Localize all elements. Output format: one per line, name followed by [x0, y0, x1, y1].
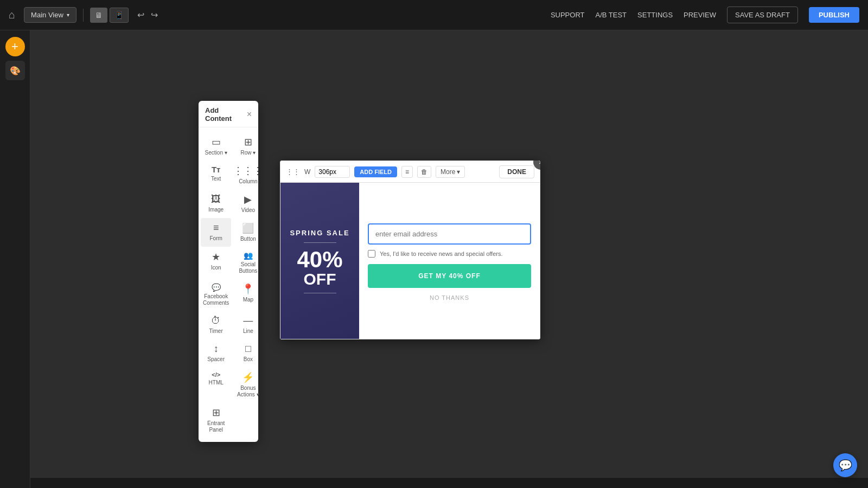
bonus-actions-icon: ⚡: [242, 371, 254, 383]
panel-item-video[interactable]: ▶ Video: [231, 189, 265, 218]
sale-off: OFF: [304, 271, 336, 287]
checkbox-row: Yes, I'd like to receive news and specia…: [368, 250, 531, 258]
panel-item-row[interactable]: ⊞ Row: [231, 132, 265, 160]
widget-body: SPRING SALE 40% OFF Yes, I'd like to rec…: [280, 182, 540, 339]
panel-header: Add Content ×: [199, 101, 258, 127]
main-view-button[interactable]: Main View ▾: [24, 7, 76, 23]
social-buttons-label: Social Buttons: [233, 261, 263, 274]
panel-item-column[interactable]: ⋮⋮⋮ Column: [231, 160, 265, 189]
facebook-comments-label: Facebook Comments: [203, 293, 229, 306]
text-label: Text: [211, 176, 221, 182]
mobile-view-button[interactable]: 📱: [110, 8, 129, 23]
home-icon[interactable]: ⌂: [9, 9, 15, 21]
settings-link[interactable]: SETTINGS: [637, 11, 673, 19]
checkbox-label: Yes, I'd like to receive news and specia…: [380, 251, 503, 257]
ab-test-link[interactable]: A/B TEST: [595, 11, 627, 19]
add-content-panel: Add Content × ▭ Section ⊞ Row Tт Text ⋮⋮…: [199, 101, 258, 442]
icon-label: Icon: [211, 265, 221, 271]
panel-item-text[interactable]: Tт Text: [201, 160, 231, 189]
panel-item-box[interactable]: □ Box: [231, 339, 265, 367]
theme-tool-button[interactable]: 🎨: [5, 61, 25, 80]
width-handle: ⋮⋮: [286, 168, 300, 176]
width-input[interactable]: [315, 166, 350, 178]
entrant-panel-icon: ⊞: [212, 407, 220, 419]
box-icon: □: [245, 343, 251, 355]
panel-title: Add Content: [205, 106, 247, 123]
spacer-icon: ↕: [214, 343, 219, 355]
panel-item-image[interactable]: 🖼 Image: [201, 189, 231, 218]
html-label: HTML: [209, 380, 224, 386]
canvas-area: Add Content × ▭ Section ⊞ Row Tт Text ⋮⋮…: [30, 30, 868, 488]
row-icon: ⊞: [244, 136, 252, 148]
form-panel: Yes, I'd like to receive news and specia…: [359, 183, 540, 339]
row-label: Row: [240, 150, 256, 156]
plus-icon: +: [11, 41, 18, 53]
panel-item-icon[interactable]: ★ Icon: [201, 247, 231, 279]
add-element-button[interactable]: +: [5, 37, 25, 56]
undo-redo-buttons: ↩ ↪: [135, 8, 160, 22]
image-icon: 🖼: [211, 194, 221, 205]
panel-close-button[interactable]: ×: [247, 110, 252, 119]
panel-item-spacer[interactable]: ↕ Spacer: [201, 339, 231, 367]
more-chevron-icon: ▾: [457, 168, 460, 176]
map-icon: 📍: [242, 283, 254, 295]
map-label: Map: [243, 297, 253, 303]
more-label: More: [441, 168, 455, 176]
bonus-actions-label: Bonus Actions: [233, 385, 263, 398]
panel-item-bonus-actions[interactable]: ⚡ Bonus Actions: [231, 367, 265, 402]
desktop-view-button[interactable]: 🖥: [90, 8, 107, 23]
list-icon-button[interactable]: ≡: [401, 166, 413, 178]
column-icon: ⋮⋮⋮: [233, 165, 263, 177]
main-view-label: Main View: [31, 11, 63, 19]
spacer-label: Spacer: [207, 356, 225, 363]
publish-button[interactable]: PUBLISH: [809, 7, 859, 23]
undo-button[interactable]: ↩: [135, 8, 146, 22]
image-label: Image: [208, 207, 224, 213]
sale-divider-bottom: [304, 293, 336, 293]
newsletter-checkbox[interactable]: [368, 250, 375, 258]
column-label: Column: [239, 178, 257, 185]
panel-item-facebook-comments[interactable]: 💬 Facebook Comments: [201, 279, 231, 311]
panel-item-entrant-panel[interactable]: ⊞ Entrant Panel: [201, 402, 231, 438]
video-label: Video: [241, 207, 255, 214]
panel-item-line[interactable]: — Line: [231, 311, 265, 339]
timer-icon: ⏱: [211, 315, 221, 326]
preview-widget: × ⋮⋮ W ADD FIELD ≡ 🗑 More ▾ DONE SPRING …: [280, 160, 540, 339]
no-thanks-link[interactable]: NO THANKS: [368, 294, 531, 301]
panel-item-form[interactable]: ≡ Form: [201, 218, 231, 247]
paint-icon: 🎨: [10, 66, 21, 76]
line-label: Line: [243, 328, 253, 335]
email-input[interactable]: [368, 223, 531, 245]
cta-button[interactable]: GET MY 40% OFF: [368, 264, 531, 288]
facebook-comments-icon: 💬: [212, 283, 221, 292]
add-field-button[interactable]: ADD FIELD: [354, 166, 397, 177]
timer-label: Timer: [209, 328, 223, 335]
chat-bubble[interactable]: 💬: [833, 453, 857, 477]
form-edit-toolbar: × ⋮⋮ W ADD FIELD ≡ 🗑 More ▾ DONE: [280, 160, 540, 182]
save-draft-button[interactable]: SAVE AS DRAFT: [727, 7, 798, 23]
panel-items-grid: ▭ Section ⊞ Row Tт Text ⋮⋮⋮ Column 🖼 Ima…: [199, 127, 258, 442]
form-label: Form: [210, 235, 222, 242]
sale-divider-top: [304, 242, 336, 243]
more-button[interactable]: More ▾: [436, 166, 465, 178]
icon-icon: ★: [212, 251, 220, 263]
section-label: Section: [205, 150, 227, 156]
panel-item-html[interactable]: </> HTML: [201, 367, 231, 402]
spring-sale-panel: SPRING SALE 40% OFF: [280, 183, 359, 339]
panel-item-button[interactable]: ⬜ Button: [231, 218, 265, 247]
panel-item-map[interactable]: 📍 Map: [231, 279, 265, 311]
chat-icon: 💬: [839, 459, 852, 472]
done-button[interactable]: DONE: [499, 165, 534, 178]
button-icon: ⬜: [242, 222, 254, 234]
panel-item-timer[interactable]: ⏱ Timer: [201, 311, 231, 339]
panel-item-social-buttons[interactable]: 👥 Social Buttons: [231, 247, 265, 279]
width-label: W: [304, 168, 310, 176]
status-bar: [0, 477, 868, 488]
delete-icon-button[interactable]: 🗑: [417, 166, 431, 178]
panel-item-section[interactable]: ▭ Section: [201, 132, 231, 160]
support-link[interactable]: SUPPORT: [551, 11, 585, 19]
html-icon: </>: [212, 371, 220, 378]
line-icon: —: [243, 315, 253, 326]
redo-button[interactable]: ↪: [149, 8, 160, 22]
preview-link[interactable]: PREVIEW: [684, 11, 716, 19]
